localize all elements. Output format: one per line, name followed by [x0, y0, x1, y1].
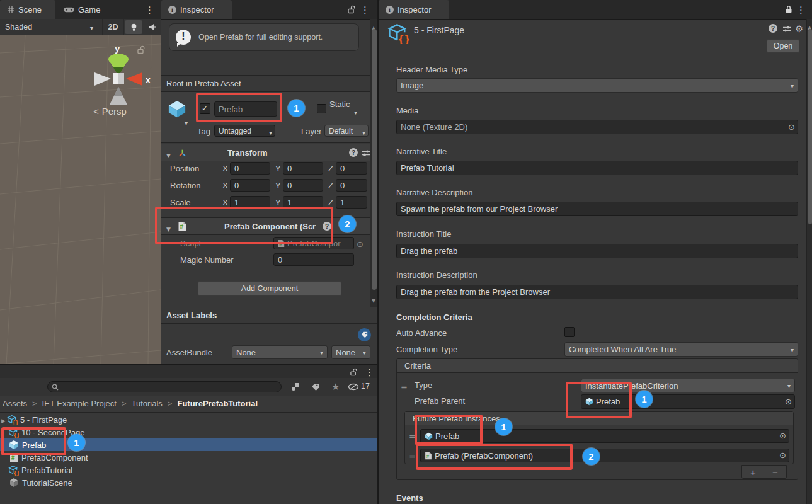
mid-unlock-icon[interactable] — [348, 5, 356, 14]
orientation-gizmo[interactable]: y x — [83, 35, 159, 110]
asset-help-icon[interactable] — [769, 24, 777, 33]
2d-toggle-button[interactable]: 2D — [102, 19, 124, 35]
asset-gear-icon[interactable] — [795, 24, 803, 34]
scale-y-field[interactable]: 1 — [283, 196, 323, 209]
scriptable-object-icon: {} — [7, 415, 18, 425]
favorites-star-icon[interactable] — [331, 382, 340, 392]
prefab-icon-dropdown-arrow[interactable] — [185, 117, 188, 127]
prefab-parent-object-field[interactable]: Prefab — [581, 394, 795, 409]
list-item-label: PrefabComponent — [21, 453, 88, 462]
criterion-drag-handle[interactable] — [401, 381, 408, 391]
page-inspector-tabbar: Inspector — [379, 0, 812, 20]
component-foldout-icon[interactable] — [166, 223, 171, 233]
scene-viewport[interactable]: y x < Persp — [0, 35, 161, 364]
position-y-field[interactable]: 0 — [283, 162, 323, 175]
right-scrollbar[interactable] — [806, 19, 812, 504]
project-search-input[interactable] — [47, 381, 282, 392]
asset-presets-icon[interactable] — [782, 25, 791, 33]
auto-advance-checkbox[interactable] — [564, 327, 575, 337]
script-picker-icon[interactable] — [357, 239, 363, 249]
right-inspector-menu-icon[interactable] — [796, 5, 806, 15]
list-footer-buttons: + − — [741, 465, 787, 479]
assetbundle-variant-dropdown[interactable]: None — [331, 345, 370, 359]
project-menu-icon[interactable] — [365, 367, 374, 377]
list-item-label: PrefabTutorial — [21, 466, 72, 475]
list-item-first-page[interactable]: {} 5 - FirstPage — [0, 413, 377, 426]
list-item-prefab-selected[interactable]: Prefab — [0, 438, 377, 451]
remove-instance-button[interactable]: − — [772, 467, 778, 478]
narrative-title-input[interactable]: Prefab Tutorial — [396, 161, 798, 175]
static-dropdown-arrow[interactable] — [354, 106, 357, 117]
prefab-cube-icon[interactable] — [168, 100, 186, 118]
magic-number-field[interactable]: 0 — [273, 253, 354, 266]
rotation-x-field[interactable]: 0 — [230, 179, 270, 192]
breadcrumb-tutorials[interactable]: Tutorials — [131, 399, 162, 408]
scene-audio-toggle[interactable] — [144, 20, 160, 34]
position-z-field[interactable]: 0 — [336, 162, 367, 175]
instruction-title-input[interactable]: Drag the prefab — [396, 244, 798, 258]
transform-component-header[interactable]: Transform — [161, 144, 377, 161]
position-x-field[interactable]: 0 — [230, 162, 270, 175]
header-media-type-dropdown[interactable]: Image — [396, 78, 798, 93]
completion-type-dropdown[interactable]: Completed When All Are True — [564, 342, 798, 357]
criterion-type-dropdown[interactable]: InstantiatePrefabCriterion — [581, 379, 795, 392]
foldout-right-icon[interactable] — [1, 416, 6, 424]
warning-exclamation-icon — [176, 30, 191, 45]
breadcrumb-futureprefabtutorial[interactable]: FuturePrefabTutorial — [177, 399, 258, 408]
rotation-y-field[interactable]: 0 — [283, 179, 323, 192]
right-lock-icon[interactable] — [785, 5, 792, 13]
scene-panel-menu-icon[interactable] — [145, 5, 154, 15]
static-checkbox[interactable] — [317, 104, 326, 113]
mid-scrollbar-thumb[interactable] — [372, 29, 377, 290]
criterion-type-label: Type — [415, 381, 432, 390]
list-item-tutorial-scene[interactable]: TutorialScene — [0, 476, 377, 489]
gameobject-name-field[interactable]: Prefab — [214, 101, 277, 117]
instance-object-field-2[interactable]: # Prefab (PrefabComponent) — [420, 449, 789, 462]
narrative-description-input[interactable]: Spawn the prefab from our Project Browse… — [396, 202, 798, 216]
active-checkbox[interactable] — [200, 103, 210, 114]
search-by-type-icon[interactable] — [291, 382, 300, 391]
tab-inspector-right[interactable]: Inspector — [379, 0, 449, 19]
rotation-label: Rotation — [170, 181, 200, 190]
add-instance-button[interactable]: + — [750, 467, 756, 478]
instance-drag-handle[interactable] — [409, 431, 416, 441]
scale-z-field[interactable]: 1 — [336, 196, 367, 209]
tag-dropdown[interactable]: Untagged — [214, 125, 275, 137]
component-help-icon[interactable] — [323, 222, 331, 231]
instance-drag-handle[interactable] — [409, 450, 416, 461]
breadcrumb-assets[interactable]: Assets — [3, 399, 27, 408]
hidden-count-eye-icon[interactable] — [348, 383, 359, 391]
transform-presets-icon[interactable] — [362, 149, 370, 157]
mid-inspector-menu-icon[interactable] — [360, 5, 370, 15]
shading-mode-dropdown[interactable]: Shaded — [0, 19, 100, 35]
open-asset-button[interactable]: Open — [767, 39, 799, 53]
scene-unlock-icon[interactable] — [137, 45, 146, 54]
perspective-label[interactable]: < Persp — [93, 106, 127, 117]
scene-lighting-toggle[interactable] — [125, 20, 142, 34]
add-component-button[interactable]: Add Component — [198, 281, 341, 296]
layer-dropdown[interactable]: Default — [324, 125, 369, 137]
asset-label-tag-button[interactable] — [358, 328, 371, 341]
script-object-value[interactable]: PrefabCompor — [287, 239, 341, 248]
list-item-second-page[interactable]: {} 10 - SecondPage — [0, 426, 377, 438]
tab-scene[interactable]: Scene — [0, 0, 55, 19]
instance-object-field-1[interactable]: Prefab — [420, 429, 789, 443]
list-item-prefab-component[interactable]: # PrefabComponent — [0, 451, 377, 464]
instruction-description-input[interactable]: Drag the prefab from the Project Browser — [396, 285, 798, 299]
transform-foldout-icon[interactable] — [166, 149, 171, 159]
mid-scrollbar[interactable] — [370, 19, 377, 307]
search-by-label-icon[interactable] — [311, 383, 319, 391]
scroll-down-icon[interactable] — [372, 294, 375, 304]
tab-game[interactable]: Game — [57, 0, 110, 19]
media-object-field[interactable]: None (Texture 2D) — [396, 120, 798, 134]
tab-inspector-mid[interactable]: Inspector — [161, 0, 232, 19]
project-titlebar — [0, 365, 377, 379]
list-item-prefab-tutorial[interactable]: {} PrefabTutorial — [0, 464, 377, 476]
transform-help-icon[interactable] — [349, 148, 358, 157]
breadcrumb-iet-example-project[interactable]: IET Example Project — [42, 399, 117, 408]
assetbundle-dropdown[interactable]: None — [232, 345, 328, 359]
right-scrollbar-thumb[interactable] — [808, 29, 812, 224]
project-unlock-icon[interactable] — [350, 368, 358, 376]
scale-x-field[interactable]: 1 — [230, 196, 270, 209]
rotation-z-field[interactable]: 0 — [336, 179, 367, 192]
